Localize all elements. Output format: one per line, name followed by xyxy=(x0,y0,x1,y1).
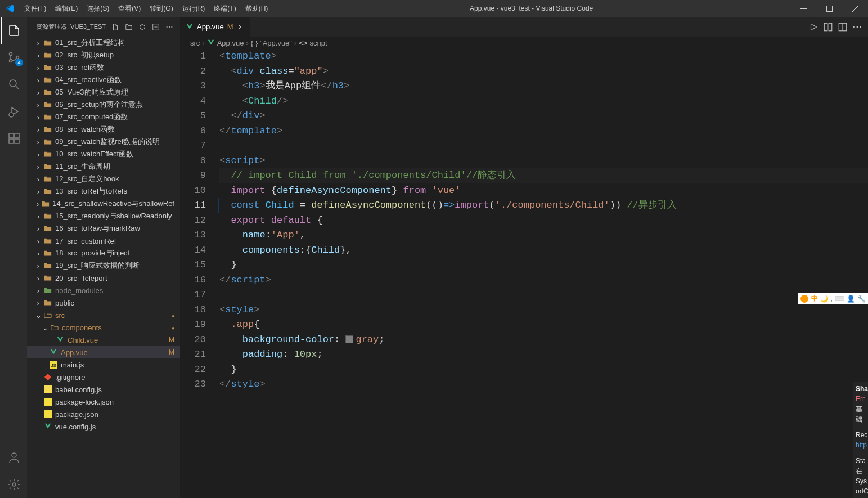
babel-icon xyxy=(43,385,53,393)
maximize-button[interactable] xyxy=(816,0,842,17)
menu-file[interactable]: 文件(F) xyxy=(20,4,51,14)
sidebar-header: 资源管理器: VUE3_TEST xyxy=(27,17,180,37)
svg-point-31 xyxy=(857,26,858,28)
tree-src[interactable]: ⌄src xyxy=(27,309,180,321)
breadcrumb-script[interactable]: script xyxy=(310,39,327,47)
close-button[interactable] xyxy=(842,0,868,17)
side-panel: Sha Err 基础 Rec http Sta 在 Sys ortC xyxy=(853,382,868,498)
ime-lang[interactable]: 中 xyxy=(811,294,818,303)
tree-folder[interactable]: ›11_src_生命周期 xyxy=(27,160,180,173)
new-folder-icon[interactable] xyxy=(123,21,135,33)
line-gutter: 12345 678910 1112131415 1617181920 21222… xyxy=(180,49,219,498)
js-icon: JS xyxy=(48,361,59,369)
ime-logo-icon xyxy=(800,294,809,303)
tree-components[interactable]: ⌄components xyxy=(27,321,180,334)
file-tree[interactable]: ›01_src_分析工程结构 ›02_src_初识setup ›03_src_r… xyxy=(27,37,180,498)
activity-extensions[interactable] xyxy=(1,125,28,152)
tree-gitignore[interactable]: .gitignore xyxy=(27,371,180,383)
collapse-icon[interactable] xyxy=(150,21,162,33)
git-modified-dot xyxy=(172,324,174,331)
split-icon[interactable] xyxy=(838,22,848,32)
svg-rect-27 xyxy=(829,23,832,31)
vue-icon xyxy=(186,23,194,31)
tree-folder[interactable]: ›16_src_toRaw与markRaw xyxy=(27,222,180,235)
moon-icon[interactable]: 🌙 xyxy=(820,295,829,303)
tree-folder[interactable]: ›10_src_watchEffect函数 xyxy=(27,148,180,160)
tree-folder[interactable]: ›18_src_provide与inject xyxy=(27,247,180,259)
menu-edit[interactable]: 编辑(E) xyxy=(51,4,82,14)
tree-folder[interactable]: ›09_src_watch监视ref数据的说明 xyxy=(27,136,180,148)
folder-icon xyxy=(43,286,53,294)
close-icon[interactable] xyxy=(237,23,245,31)
tree-public[interactable]: ›public xyxy=(27,297,180,309)
svg-point-5 xyxy=(10,60,12,62)
menu-help[interactable]: 帮助(H) xyxy=(241,4,273,14)
color-swatch xyxy=(345,335,353,343)
activity-debug[interactable] xyxy=(1,98,28,125)
tree-folder[interactable]: ›07_src_computed函数 xyxy=(27,111,180,123)
activity-explorer[interactable] xyxy=(1,17,28,44)
vue-icon xyxy=(55,336,65,344)
breadcrumb-file[interactable]: App.vue xyxy=(217,39,244,47)
tree-child-vue[interactable]: Child.vueM xyxy=(27,334,180,346)
tree-package-json[interactable]: package.json xyxy=(27,408,180,420)
svg-text:JS: JS xyxy=(51,363,56,368)
tree-folder[interactable]: ›14_src_shallowReactive与shallowRef xyxy=(27,198,180,210)
tree-package-lock[interactable]: package-lock.json xyxy=(27,396,180,408)
tree-folder[interactable]: ›12_src_自定义hook xyxy=(27,173,180,185)
user-icon[interactable]: 👤 xyxy=(847,295,855,303)
tree-folder[interactable]: ›17_src_customRef xyxy=(27,235,180,247)
refresh-icon[interactable] xyxy=(136,21,149,33)
keyboard-icon[interactable]: ⌨ xyxy=(835,295,844,303)
menu-view[interactable]: 查看(V) xyxy=(114,4,145,14)
tree-folder[interactable]: ›15_src_readonly与shallowReadonly xyxy=(27,210,180,222)
svg-rect-22 xyxy=(44,398,52,406)
activity-settings[interactable] xyxy=(1,471,28,498)
svg-point-18 xyxy=(171,26,172,27)
compare-icon[interactable] xyxy=(823,22,833,32)
activity-search[interactable] xyxy=(1,71,28,98)
more-icon[interactable] xyxy=(163,21,176,33)
menu-run[interactable]: 运行(R) xyxy=(178,4,210,14)
tree-folder[interactable]: ›04_src_reactive函数 xyxy=(27,74,180,86)
scm-badge: 4 xyxy=(15,59,23,66)
menu-go[interactable]: 转到(G) xyxy=(145,4,177,14)
activity-account[interactable] xyxy=(1,444,28,471)
window-controls xyxy=(790,0,868,17)
tree-folder[interactable]: ›01_src_分析工程结构 xyxy=(27,37,180,49)
menu-selection[interactable]: 选择(S) xyxy=(82,4,114,14)
run-icon[interactable] xyxy=(808,22,818,32)
svg-rect-1 xyxy=(826,6,832,11)
tab-app-vue[interactable]: App.vue M xyxy=(180,17,251,37)
tree-folder[interactable]: ›13_src_toRef与toRefs xyxy=(27,185,180,198)
breadcrumb[interactable]: src › App.vue › { } "App.vue" › <> scrip… xyxy=(180,37,868,49)
breadcrumb-src[interactable]: src xyxy=(190,39,200,47)
more-icon[interactable] xyxy=(852,22,862,32)
tree-folder[interactable]: ›08_src_watch函数 xyxy=(27,123,180,136)
tree-folder[interactable]: ›19_src_响应式数据的判断 xyxy=(27,259,180,272)
wrench-icon[interactable]: 🔧 xyxy=(857,295,866,303)
svg-point-16 xyxy=(167,26,168,27)
editor-tabs: App.vue M xyxy=(180,17,868,37)
tree-folder[interactable]: ›20_src_Teleport xyxy=(27,272,180,284)
code-editor[interactable]: 12345 678910 1112131415 1617181920 21222… xyxy=(180,49,868,498)
breadcrumb-root[interactable]: "App.vue" xyxy=(260,39,292,47)
tree-folder[interactable]: ›03_src_ref函数 xyxy=(27,61,180,74)
tree-node-modules[interactable]: ›node_modules xyxy=(27,284,180,297)
tree-folder[interactable]: ›02_src_初识setup xyxy=(27,49,180,61)
new-file-icon[interactable] xyxy=(109,21,122,33)
menu-bar: 文件(F) 编辑(E) 选择(S) 查看(V) 转到(G) 运行(R) 终端(T… xyxy=(20,4,272,14)
tree-folder[interactable]: ›06_src_setup的两个注意点 xyxy=(27,98,180,111)
svg-point-30 xyxy=(853,26,855,28)
code-content[interactable]: <template> <div class="app"> <h3>我是App组件… xyxy=(219,49,868,498)
tree-folder[interactable]: ›05_Vue3的响应式原理 xyxy=(27,86,180,98)
activity-scm[interactable]: 4 xyxy=(1,44,28,71)
tree-app-vue[interactable]: App.vueM xyxy=(27,346,180,358)
tree-main-js[interactable]: JSmain.js xyxy=(27,358,180,371)
tree-vue-config[interactable]: vue.config.js xyxy=(27,420,180,433)
minimize-button[interactable] xyxy=(790,0,816,17)
ime-toolbar[interactable]: 中 🌙 , ⌨ 👤 🔧 xyxy=(798,293,868,304)
menu-terminal[interactable]: 终端(T) xyxy=(209,4,240,14)
vue-icon xyxy=(207,39,215,47)
tree-babel-config[interactable]: babel.config.js xyxy=(27,383,180,396)
